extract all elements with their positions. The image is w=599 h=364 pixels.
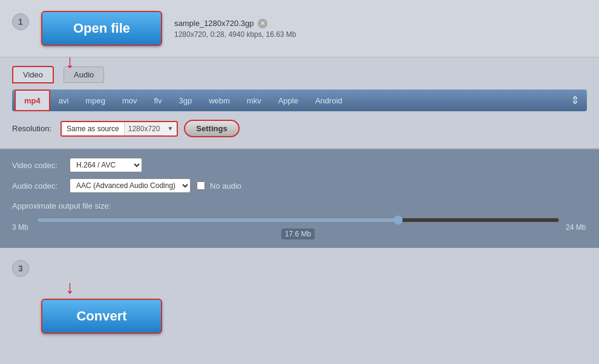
section-2-settings: Video codec: H.264 / AVC Audio codec: AA… [0,149,599,248]
format-avi[interactable]: avi [50,89,77,111]
video-codec-row: Video codec: H.264 / AVC [12,158,587,172]
resolution-label: Resolution: [12,124,54,133]
format-webm[interactable]: webm [200,89,238,111]
format-mp4[interactable]: mp4 [15,89,50,111]
tab-video[interactable]: Video [12,66,54,83]
resolution-select[interactable]: Same as source 1280x720 ▼ [61,121,178,137]
slider-min-label: 3 Mb [12,223,30,232]
audio-codec-select[interactable]: AAC (Advanced Audio Coding) [70,178,191,193]
format-flv[interactable]: flv [145,89,170,111]
file-name: sample_1280x720.3gp [174,19,254,28]
convert-button[interactable]: Convert [41,299,162,334]
format-mov[interactable]: mov [114,89,146,111]
format-more-button[interactable]: ⇕ [566,94,584,107]
filesize-label: Approximate output file size: [12,201,587,210]
resolution-dropdown-arrow[interactable]: ▼ [163,123,177,134]
format-3gp[interactable]: 3gp [170,89,200,111]
slider-container: 3 Mb 17.6 Mb 24 Mb [12,215,587,239]
settings-button[interactable]: Settings [184,120,239,137]
filesize-section: Approximate output file size: 3 Mb 17.6 … [12,201,587,239]
format-mkv[interactable]: mkv [238,89,270,111]
slider-current-value: 17.6 Mb [281,229,315,239]
audio-codec-label: Audio codec: [12,181,64,190]
open-file-button[interactable]: Open file [41,11,162,46]
resolution-row: Resolution: Same as source 1280x720 ▼ Se… [12,117,587,140]
video-codec-label: Video codec: [12,161,64,170]
format-bar: mp4 avi mpeg mov flv 3gp webm mkv Apple … [12,89,587,111]
close-file-button[interactable]: ✕ [258,19,267,28]
format-apple[interactable]: Apple [270,89,307,111]
tab-audio[interactable]: Audio [64,67,104,83]
resolution-value: 1280x720 [124,122,164,135]
file-details: 1280x720, 0:28, 4940 kbps, 16.63 Mb [174,30,296,39]
audio-codec-row: Audio codec: AAC (Advanced Audio Coding) [12,178,191,193]
no-audio-checkbox[interactable] [197,181,205,190]
slider-max-label: 24 Mb [566,223,587,232]
slider-wrapper: 17.6 Mb [36,215,560,239]
format-mpeg[interactable]: mpeg [77,89,114,111]
video-codec-select[interactable]: H.264 / AVC [70,158,142,172]
file-info: sample_1280x720.3gp ✕ 1280x720, 0:28, 49… [174,19,296,39]
arrow-2-to-3: ↓ [65,278,74,296]
no-audio-label: No audio [210,181,241,190]
filesize-slider[interactable] [36,215,560,225]
no-audio-row: No audio [197,181,241,190]
section-2: Video Audio mp4 avi mpeg mov flv 3gp web… [0,57,599,149]
format-tabs: Video Audio [12,66,587,83]
app-container: 1 Open file sample_1280x720.3gp ✕ 1280x7… [0,0,599,364]
same-as-source-label: Same as source [62,122,124,135]
section-3: 3 ↓ Convert [0,248,599,364]
file-name-row: sample_1280x720.3gp ✕ [174,19,296,28]
section-1: 1 Open file sample_1280x720.3gp ✕ 1280x7… [0,0,599,57]
step-number-1: 1 [12,13,29,30]
format-android[interactable]: Android [307,89,351,111]
step-number-3: 3 [12,260,29,277]
